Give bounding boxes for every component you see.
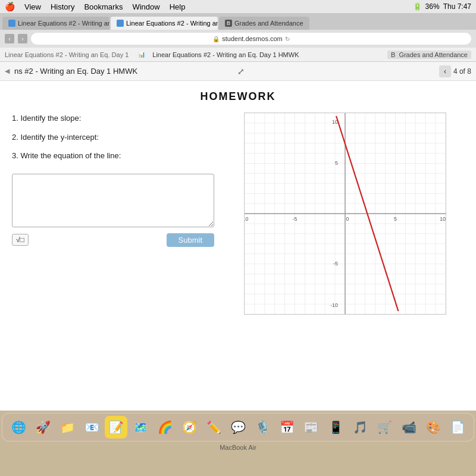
bookmark-bar: Linear Equations #2 - Writing an Eq. Day… <box>0 48 476 62</box>
tab-bar: Linear Equations #2 - Writing an Eq. Day… <box>0 13 476 30</box>
svg-text:5: 5 <box>394 216 397 222</box>
tab-2[interactable]: Linear Equations #2 - Writing an Eq. Day… <box>111 17 218 30</box>
dock-item-calendar[interactable]: 📅 <box>275 416 298 439</box>
dock-item-launchpad[interactable]: 🚀 <box>32 416 54 439</box>
address-bar[interactable]: 🔒 student.desmos.com ↻ <box>31 33 471 45</box>
prev-page-button[interactable]: ‹ <box>439 65 451 77</box>
dock-item-podcast[interactable]: 🎙️ <box>251 416 274 439</box>
page-nav: ‹ 4 of 8 › <box>439 65 471 77</box>
menu-history[interactable]: History <box>51 2 74 11</box>
dock-item-music[interactable]: 🎵 <box>349 416 371 439</box>
desmos-tab-icon: 📊 <box>138 51 145 58</box>
menubar-right: 🔋 36% Thu 7:47 <box>413 2 471 11</box>
dock-item-news[interactable]: 📰 <box>300 416 322 439</box>
dock-item-word[interactable]: 📄 <box>446 416 469 439</box>
dock: 🌐 🚀 📁 📧 📝 🗺️ 🌈 🧭 ✏️ 💬 🎙️ 📅 📰 📱 🎵 🛒 📹 🎨 📄 <box>2 413 474 441</box>
menu-help[interactable]: Help <box>170 2 186 11</box>
svg-text:-5: -5 <box>333 261 338 267</box>
menubar: 🍎 View History Bookmarks Window Help 🔋 3… <box>0 0 476 13</box>
homework-title: HOMEWORK <box>12 90 464 103</box>
battery-level: 36% <box>425 2 440 11</box>
graph-container: -10 -5 0 5 10 10 5 -5 -10 <box>244 112 446 315</box>
question-1: 1. Identify the slope: <box>12 112 232 124</box>
menu-apple[interactable]: 🍎 <box>5 2 15 11</box>
dock-area: 🌐 🚀 📁 📧 📝 🗺️ 🌈 🧭 ✏️ 💬 🎙️ 📅 📰 📱 🎵 🛒 📹 🎨 📄… <box>0 411 476 476</box>
tab-label-active[interactable]: Linear Equations #2 - Writing an Eq. Day… <box>152 51 299 58</box>
page-header: ◀ ns #2 - Writing an Eq. Day 1 HMWK ⤢ ‹ … <box>0 62 476 81</box>
svg-text:-10: -10 <box>245 216 248 222</box>
forward-button[interactable]: › <box>18 34 27 43</box>
lock-icon: 🔒 <box>212 36 220 42</box>
tab-3[interactable]: B Grades and Attendance <box>219 17 309 30</box>
page-number: 4 of 8 <box>453 67 471 76</box>
tab-1[interactable]: Linear Equations #2 - Writing an Eq. Day… <box>2 17 109 30</box>
back-button[interactable]: ‹ <box>5 34 14 43</box>
dock-item-zoom[interactable]: 📹 <box>397 416 420 439</box>
svg-text:-5: -5 <box>293 216 298 222</box>
clock: Thu 7:47 <box>443 2 471 11</box>
dock-item-photos[interactable]: 🌈 <box>154 416 176 439</box>
homework-body: 1. Identify the slope: 2. Identify the y… <box>12 112 464 315</box>
expand-icon[interactable]: ⤢ <box>237 67 245 76</box>
dock-item-safari[interactable]: 🧭 <box>178 416 201 439</box>
answer-input[interactable] <box>12 174 214 227</box>
svg-text:5: 5 <box>335 160 338 166</box>
menu-window[interactable]: Window <box>132 2 159 11</box>
svg-text:-10: -10 <box>330 302 338 308</box>
dock-item-notes[interactable]: 📝 <box>105 416 127 439</box>
menu-view[interactable]: View <box>24 2 41 11</box>
page-title: ns #2 - Writing an Eq. Day 1 HMWK <box>14 67 137 76</box>
toolbar-row: √□ Submit <box>12 233 214 247</box>
content-area: HOMEWORK 1. Identify the slope: 2. Ident… <box>0 81 476 411</box>
question-3: 3. Write the equation of the line: <box>12 150 232 162</box>
reload-icon[interactable]: ↻ <box>285 36 290 42</box>
grades-tab[interactable]: B Grades and Attendance <box>387 51 471 59</box>
url-text: student.desmos.com <box>222 35 283 42</box>
sqrt-button[interactable]: √□ <box>12 234 29 246</box>
svg-text:0: 0 <box>346 216 349 222</box>
questions-column: 1. Identify the slope: 2. Identify the y… <box>12 112 232 315</box>
graph-svg: -10 -5 0 5 10 10 5 -5 -10 <box>245 113 446 314</box>
dock-item-files[interactable]: 📁 <box>56 416 79 439</box>
dock-item-messages[interactable]: 💬 <box>227 416 249 439</box>
address-bar-row: ‹ › 🔒 student.desmos.com ↻ <box>0 30 476 48</box>
dock-item-phone[interactable]: 📱 <box>324 416 347 439</box>
dock-item-adobe[interactable]: 🎨 <box>422 416 444 439</box>
dock-item-appstore[interactable]: 🛒 <box>373 416 396 439</box>
submit-button[interactable]: Submit <box>167 233 214 247</box>
battery-icon: 🔋 <box>413 2 422 11</box>
macbook-label: MacBook Air <box>220 444 256 451</box>
dock-item-finder[interactable]: 🌐 <box>7 416 30 439</box>
dock-item-pencil[interactable]: ✏️ <box>202 416 225 439</box>
bookmark-item-1[interactable]: Linear Equations #2 - Writing an Eq. Day… <box>5 51 129 58</box>
dock-item-maps[interactable]: 🗺️ <box>129 416 152 439</box>
back-arrow-small: ◀ <box>5 67 10 75</box>
svg-text:10: 10 <box>440 216 446 222</box>
menu-bookmarks[interactable]: Bookmarks <box>84 2 123 11</box>
graph-column: -10 -5 0 5 10 10 5 -5 -10 <box>244 112 464 315</box>
question-2: 2. Identify the y-intercept: <box>12 131 232 143</box>
dock-item-mail[interactable]: 📧 <box>80 416 103 439</box>
